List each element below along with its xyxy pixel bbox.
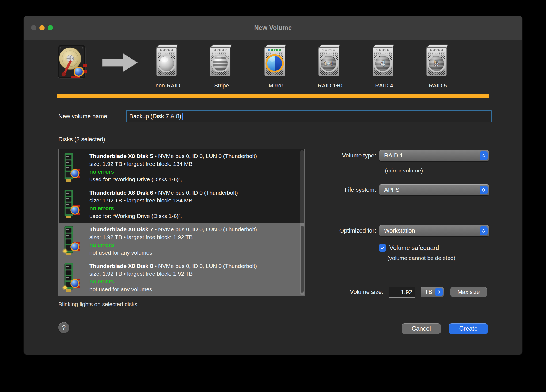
chevron-updown-icon [480, 151, 488, 160]
raid-1-0-enclosure-icon: 1+0 [316, 44, 341, 77]
new-volume-dialog: New Volume non-RAID [24, 16, 522, 355]
mirror-enclosure-icon-selected [262, 44, 287, 77]
disk-name: Thunderblade X8 Disk 6 [89, 190, 153, 196]
disk-name: Thunderblade X8 Disk 5 [89, 153, 153, 159]
raid-4-enclosure-icon: 4 [370, 44, 395, 77]
disk-row-8[interactable]: Thunderblade X8 Disk 8 • NVMe bus 0, ID … [59, 259, 304, 296]
create-button[interactable]: Create [449, 323, 488, 334]
raid-option-label: Stripe [199, 82, 244, 89]
disk-usage: not used for any volumes [89, 285, 257, 293]
chevron-updown-icon [480, 226, 488, 235]
raid-option-non-raid[interactable] [154, 44, 179, 78]
raid-option-raid-1-0[interactable]: 1+0 [316, 44, 341, 78]
source-hard-disk-icon [56, 44, 87, 80]
svg-text:1+0: 1+0 [324, 60, 333, 67]
disk-status: no errors [89, 168, 257, 175]
svg-text:5: 5 [434, 59, 439, 68]
volume-type-select[interactable]: RAID 1 [379, 150, 489, 161]
nvme-ssd-icon [62, 189, 81, 219]
disk-name: Thunderblade X8 Disk 8 [89, 263, 153, 269]
max-size-button[interactable]: Max size [450, 287, 487, 297]
optimized-for-value: Workstation [379, 227, 480, 234]
raid-option-mirror[interactable] [262, 44, 287, 78]
disk-size: size: 1.92 TB • largest free block: 1.92… [89, 270, 257, 278]
stripe-enclosure-icon [208, 44, 233, 77]
disk-usage: not used for any volumes [89, 249, 257, 256]
file-system-label: File system: [345, 184, 376, 195]
chevron-updown-icon [480, 186, 488, 194]
raid-option-raid-5[interactable]: 5 [424, 44, 449, 78]
disk-row-5[interactable]: Thunderblade X8 Disk 5 • NVMe bus 0, ID … [59, 149, 304, 186]
disk-details: • NVMe bus 0, ID 0, LUN 0 (Thunderbolt) [153, 263, 257, 269]
disk-size: size: 1.92 TB • largest free block: 134 … [89, 197, 238, 204]
volume-size-unit-stepper[interactable]: TB [421, 287, 444, 297]
raid-option-raid-4[interactable]: 4 [370, 44, 395, 78]
nvme-ssd-icon [62, 153, 81, 183]
window-title: New Volume [24, 16, 522, 40]
raid-option-label: non-RAID [145, 82, 191, 89]
raid-option-label: Mirror [253, 82, 299, 89]
volume-size-label: Volume size: [350, 286, 383, 298]
optimized-for-label: Optimized for: [339, 225, 376, 236]
volume-type-label: Volume type: [342, 150, 376, 161]
raid-option-label: RAID 1+0 [307, 82, 353, 89]
disk-list: Thunderblade X8 Disk 5 • NVMe bus 0, ID … [58, 149, 305, 296]
disk-size: size: 1.92 TB • largest free block: 1.92… [89, 233, 257, 241]
optimized-for-select[interactable]: Workstation [379, 225, 489, 236]
disks-header: Disks (2 selected) [58, 136, 105, 143]
arrow-right-icon [102, 53, 138, 72]
svg-text:4: 4 [380, 59, 385, 68]
chevron-updown-icon [435, 288, 443, 296]
titlebar: New Volume [24, 16, 522, 40]
raid-5-enclosure-icon: 5 [424, 44, 449, 77]
text-caret [182, 113, 183, 120]
volume-safeguard-label: Volume safeguard [389, 244, 439, 252]
disk-status: no errors [89, 204, 238, 212]
file-system-value: APFS [379, 186, 480, 193]
volume-type-note: (mirror volume) [385, 167, 423, 174]
selection-progress-bar [57, 94, 489, 98]
nvme-ssd-icon [62, 263, 81, 293]
volume-size-value: 1.92 [401, 289, 415, 296]
raid-option-label: RAID 5 [415, 82, 461, 89]
help-button[interactable]: ? [58, 322, 69, 333]
disk-details: • NVMe bus 0, ID 0, LUN 0 (Thunderbolt) [153, 153, 257, 159]
volume-safeguard-checkbox[interactable] [379, 244, 386, 252]
disk-row-7[interactable]: Thunderblade X8 Disk 7 • NVMe bus 0, ID … [59, 223, 304, 260]
raid-option-label: RAID 4 [361, 82, 407, 89]
raid-option-stripe[interactable] [208, 44, 233, 78]
volume-size-input[interactable]: 1.92 [389, 287, 415, 298]
disk-row-6[interactable]: Thunderblade X8 Disk 6 • NVMe bus 0, ID … [59, 186, 304, 223]
volume-type-value: RAID 1 [379, 152, 480, 159]
scrollbar-thumb[interactable] [301, 226, 304, 293]
disk-details: • NVMe bus 0, ID 0 (Thunderbolt) [153, 190, 238, 196]
cancel-button[interactable]: Cancel [402, 323, 441, 334]
blinking-lights-note: Blinking lights on selected disks [58, 301, 137, 308]
scrollbar-track[interactable] [300, 150, 304, 295]
volume-size-unit: TB [421, 289, 435, 295]
checkmark-icon [380, 245, 385, 251]
disk-status: no errors [89, 278, 257, 285]
volume-name-label: New volume name: [58, 110, 109, 122]
file-system-select[interactable]: APFS [379, 184, 489, 195]
volume-name-value: Backup (Disk 7 & 8) [129, 113, 181, 120]
disk-name: Thunderblade X8 Disk 7 [89, 226, 153, 232]
disk-status: no errors [89, 241, 257, 249]
volume-safeguard-note: (volume cannot be deleted) [387, 255, 456, 261]
non-raid-enclosure-icon [154, 44, 179, 77]
disk-usage: used for: “Working Drive (Disks 1-6)”, [89, 175, 257, 183]
disk-usage: used for: “Working Drive (Disks 1-6)”, [89, 212, 238, 220]
volume-name-input[interactable]: Backup (Disk 7 & 8) [126, 110, 492, 122]
nvme-ssd-icon [62, 226, 81, 256]
disk-size: size: 1.92 TB • largest free block: 134 … [89, 160, 257, 168]
disk-details: • NVMe bus 0, ID 0, LUN 0 (Thunderbolt) [153, 226, 257, 232]
